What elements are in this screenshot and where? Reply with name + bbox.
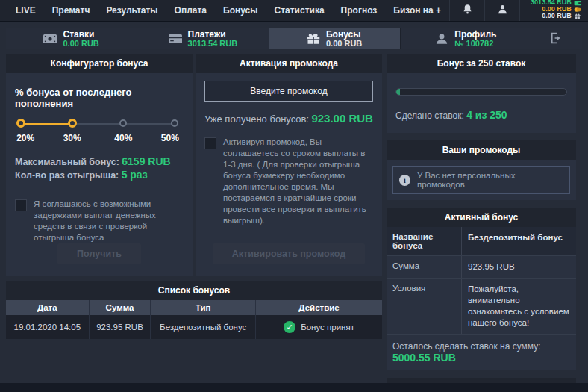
bell-icon (462, 4, 473, 17)
slider-stop-40[interactable] (119, 119, 127, 127)
column-header-type: Тип (151, 300, 256, 315)
menu-item-live[interactable]: LIVE (7, 5, 44, 16)
active-bonus-panel: Активный бонус Название бонуса Бездепози… (387, 208, 576, 370)
panel-title: Бонус за 250 ставок (387, 54, 576, 73)
panel-body: % бонуса от последнего пополнения 20% 30… (6, 73, 193, 276)
promo-agreement-checkbox[interactable] (204, 137, 216, 149)
account-button[interactable] (485, 0, 519, 21)
panel-body: Уже получено бонусов: 923.00 RUB Активир… (196, 73, 382, 276)
received-label: Уже получено бонусов: (204, 113, 309, 125)
panel-body: Сделано ставок: 4 из 250 (387, 73, 576, 133)
wager-value: 5 раз (122, 169, 148, 181)
activate-promocode-button[interactable]: Активировать промокод (213, 243, 365, 264)
balance-stack[interactable]: 3013.54 RUB 0.00 RUB 0.00 RUB (520, 0, 587, 21)
bonus-percent-slider[interactable] (21, 119, 175, 128)
slider-stop-50[interactable] (171, 119, 178, 127)
agreement-checkbox[interactable] (15, 199, 27, 211)
get-bonus-button[interactable]: Получить (57, 243, 141, 264)
table-row: 19.01.2020 14:05 923.95 RUB Бездепозитны… (6, 315, 382, 339)
main-grid: Конфигуратор бонуса % бонуса от последне… (6, 54, 582, 392)
menu-item-statistics[interactable]: Статистика (266, 5, 333, 16)
tab-label: Профиль (454, 30, 496, 39)
banknote-icon (43, 34, 57, 44)
configurator-subtitle: % бонуса от последнего пополнения (15, 87, 184, 109)
bets-made-label: Сделано ставок: (395, 111, 464, 121)
user-icon (435, 34, 448, 44)
table-row: Сумма 923.95 RUB (387, 255, 576, 278)
tab-profile[interactable]: Профиль № 100782 (401, 28, 531, 49)
received-bonuses: Уже получено бонусов: 923.00 RUB (204, 112, 373, 125)
tab-bonuses[interactable]: Бонусы 0.00 RUB (269, 28, 401, 49)
row-value: Пожалуйста, внимательно ознакомьтесь с у… (461, 279, 576, 334)
account-tabs: Ставки 0.00 RUB Платежи 3013.54 RUB Бону… (6, 28, 582, 49)
menu-item-bonuses[interactable]: Бонусы (215, 5, 266, 16)
tab-label: Платежи (188, 30, 238, 39)
left-group: Конфигуратор бонуса % бонуса от последне… (6, 54, 382, 339)
tab-bets[interactable]: Ставки 0.00 RUB (6, 28, 137, 49)
menu-item-forecast[interactable]: Прогноз (333, 5, 386, 16)
menu-item-bizon[interactable]: Бизон на + (385, 5, 449, 16)
wallet-icon (574, 0, 581, 6)
logout-icon (549, 32, 564, 46)
remaining-wager: Осталось сделать ставок на сумму: 5000.5… (387, 334, 576, 370)
menu-item-prematch[interactable]: Прематч (44, 5, 98, 16)
right-column: Бонус за 250 ставок Сделано ставок: 4 из… (387, 54, 576, 392)
empty-text: У Вас нет персональных промокодов (417, 171, 563, 189)
slider-label: 50% (161, 133, 179, 143)
bonus-configurator-panel: Конфигуратор бонуса % бонуса от последне… (6, 54, 193, 276)
progress-fill (396, 89, 400, 95)
row-value: Бездепозитный бонус (461, 227, 576, 255)
menu-item-results[interactable]: Результаты (98, 5, 166, 16)
active-bonus-table: Название бонуса Бездепозитный бонус Сумм… (387, 227, 576, 334)
tab-value: 0.00 RUB (326, 39, 362, 48)
panel-title: Активация промокода (196, 54, 382, 73)
tab-label: Ставки (63, 30, 98, 39)
bonus-250-panel: Бонус за 250 ставок Сделано ставок: 4 из… (387, 54, 576, 133)
promo-agreement-text: Активируя промокод, Вы соглашаетесь со с… (223, 137, 373, 226)
panels-row: Конфигуратор бонуса % бонуса от последне… (6, 54, 382, 276)
logout-button[interactable] (531, 28, 582, 49)
notifications-button[interactable] (450, 0, 484, 21)
panel-title: Ваши промокоды (387, 140, 576, 160)
action-text: Бонус принят (301, 323, 354, 332)
gift-icon (574, 13, 581, 19)
cell-date: 19.01.2020 14:05 (6, 315, 90, 339)
footer-bar (0, 383, 588, 392)
slider-stop-20[interactable] (16, 119, 25, 128)
slider-stop-30[interactable] (68, 119, 77, 128)
bonus-list-header: Дата Сумма Тип Действие (6, 300, 382, 315)
wager-label: Кол-во раз отыгрыша: (15, 170, 119, 181)
your-promocodes-panel: Ваши промокоды i У Вас нет персональных … (387, 140, 576, 200)
menu-item-payment[interactable]: Оплата (166, 5, 215, 16)
promocode-input[interactable] (204, 81, 373, 102)
panel-title: Конфигуратор бонуса (6, 54, 193, 73)
row-label: Название бонуса (387, 227, 461, 255)
cell-amount: 923.95 RUB (90, 315, 151, 339)
column-header-action: Действие (256, 300, 382, 315)
slider-labels: 20% 30% 40% 50% (21, 133, 175, 143)
tab-payments[interactable]: Платежи 3013.54 RUB (137, 28, 269, 49)
slider-label: 40% (114, 133, 132, 143)
top-navbar: LIVE Прематч Результаты Оплата Бонусы Ст… (0, 0, 588, 21)
agreement-text: Я соглашаюсь с возможными задержками вып… (34, 199, 184, 243)
tab-value: № 100782 (454, 39, 496, 48)
configurator-agreement: Я соглашаюсь с возможными задержками вып… (15, 199, 184, 243)
promo-agreement: Активируя промокод, Вы соглашаетесь со с… (204, 137, 373, 226)
coins-icon (574, 7, 581, 13)
table-row: Название бонуса Бездепозитный бонус (387, 227, 576, 255)
panel-title: Список бонусов (6, 281, 382, 300)
bets-made-value: 4 из 250 (466, 109, 507, 121)
bonus-stats: Максимальный бонус: 6159 RUB Кол-во раз … (15, 155, 184, 182)
cell-action: ✓ Бонус принят (256, 315, 382, 339)
tab-value: 3013.54 RUB (188, 39, 238, 48)
panel-title: Активный бонус (387, 208, 576, 227)
max-bonus-value: 6159 RUB (122, 155, 170, 167)
row-label: Условия (387, 279, 461, 334)
promo-activation-panel: Активация промокода Уже получено бонусов… (196, 54, 382, 276)
slider-label: 30% (63, 133, 81, 143)
gift-balance: 0.00 RUB (542, 13, 581, 19)
column-header-amount: Сумма (90, 300, 151, 315)
received-value: 923.00 RUB (311, 112, 373, 125)
tab-label: Бонусы (326, 30, 362, 39)
gift-balance-amount: 0.00 RUB (542, 13, 572, 19)
